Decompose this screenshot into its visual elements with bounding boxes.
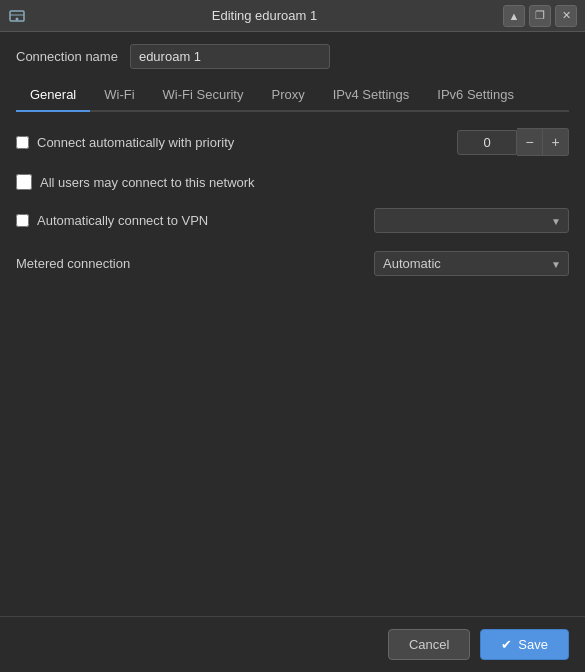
connection-name-label: Connection name (16, 49, 118, 64)
tab-wifi-security[interactable]: Wi-Fi Security (149, 79, 258, 112)
save-icon: ✔ (501, 637, 512, 652)
window-up-button[interactable]: ▲ (503, 5, 525, 27)
window-close-button[interactable]: ✕ (555, 5, 577, 27)
window-restore-button[interactable]: ❐ (529, 5, 551, 27)
tab-wifi[interactable]: Wi-Fi (90, 79, 148, 112)
connection-name-input[interactable] (130, 44, 330, 69)
metered-connection-dropdown[interactable]: Automatic Yes No (374, 251, 569, 276)
window-icon (8, 7, 26, 25)
general-panel: Connect automatically with priority − + … (16, 112, 569, 276)
save-button[interactable]: ✔ Save (480, 629, 569, 660)
auto-vpn-checkbox[interactable] (16, 214, 29, 227)
all-users-label: All users may connect to this network (40, 175, 255, 190)
all-users-checkbox[interactable] (16, 174, 32, 190)
metered-connection-row: Metered connection Automatic Yes No ▼ (16, 251, 569, 276)
titlebar: Editing eduroam 1 ▲ ❐ ✕ (0, 0, 585, 32)
tab-general[interactable]: General (16, 79, 90, 112)
priority-control: − + (457, 128, 569, 156)
priority-increment-button[interactable]: + (543, 128, 569, 156)
window-title: Editing eduroam 1 (26, 8, 503, 23)
window-controls: ▲ ❐ ✕ (503, 5, 577, 27)
vpn-dropdown[interactable] (374, 208, 569, 233)
main-content: Connection name General Wi-Fi Wi-Fi Secu… (0, 32, 585, 276)
save-label: Save (518, 637, 548, 652)
tab-proxy[interactable]: Proxy (257, 79, 318, 112)
auto-connect-checkbox[interactable] (16, 136, 29, 149)
auto-vpn-label: Automatically connect to VPN (37, 213, 208, 228)
auto-connect-row: Connect automatically with priority − + (16, 128, 569, 156)
tab-ipv4-settings[interactable]: IPv4 Settings (319, 79, 424, 112)
auto-vpn-left: Automatically connect to VPN (16, 213, 374, 228)
priority-decrement-button[interactable]: − (517, 128, 543, 156)
bottom-bar: Cancel ✔ Save (0, 616, 585, 672)
svg-point-2 (16, 17, 19, 20)
metered-dropdown-wrapper: Automatic Yes No ▼ (374, 251, 569, 276)
all-users-row: All users may connect to this network (16, 174, 569, 190)
metered-connection-label: Metered connection (16, 256, 374, 271)
auto-vpn-row: Automatically connect to VPN ▼ (16, 208, 569, 233)
cancel-button[interactable]: Cancel (388, 629, 470, 660)
connection-name-row: Connection name (16, 44, 569, 69)
vpn-dropdown-wrapper: ▼ (374, 208, 569, 233)
auto-connect-label: Connect automatically with priority (37, 135, 234, 150)
auto-connect-left: Connect automatically with priority (16, 135, 457, 150)
tab-ipv6-settings[interactable]: IPv6 Settings (423, 79, 528, 112)
tab-bar: General Wi-Fi Wi-Fi Security Proxy IPv4 … (16, 79, 569, 112)
priority-input[interactable] (457, 130, 517, 155)
